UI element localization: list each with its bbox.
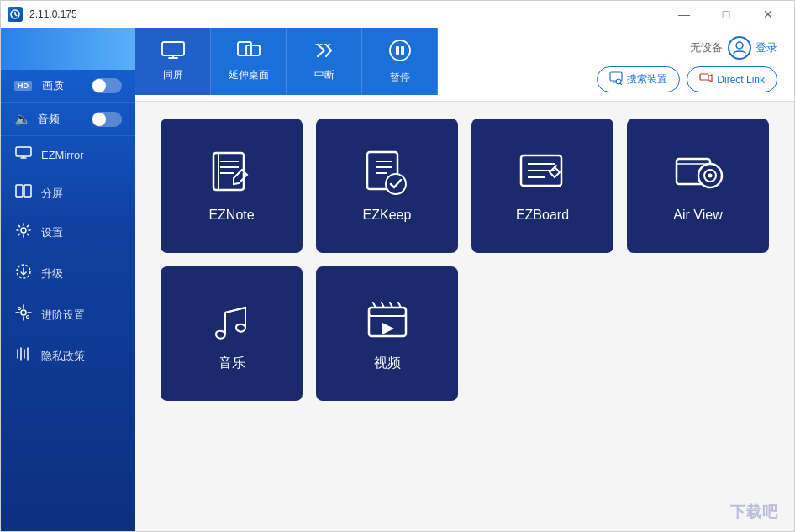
sidebar-item-advanced[interactable]: 进阶设置 — [1, 294, 135, 335]
audio-icon: 🔈 — [14, 111, 31, 127]
svg-rect-2 — [16, 185, 23, 197]
svg-point-7 — [18, 308, 21, 310]
svg-rect-13 — [396, 46, 399, 55]
direct-link-label: Direct Link — [717, 74, 765, 86]
sidebar-item-splitscreen[interactable]: 分屏 — [1, 174, 135, 212]
ezkeep-icon — [362, 149, 413, 199]
sidebar-item-ezmirror[interactable]: EZMirror — [1, 136, 135, 174]
minimize-button[interactable]: — — [665, 1, 703, 28]
ezboard-label: EZBoard — [516, 208, 569, 223]
tab-interrupt-label: 中断 — [314, 68, 334, 82]
svg-point-37 — [708, 174, 712, 178]
title-bar-left: 2.11.0.175 — [8, 7, 77, 22]
search-device-button[interactable]: 搜索装置 — [597, 66, 680, 92]
direct-link-icon — [699, 71, 713, 87]
video-icon — [362, 296, 413, 346]
quality-toggle[interactable] — [92, 78, 122, 93]
app-card-ezboard[interactable]: EZBoard — [471, 119, 613, 253]
tab-interrupt[interactable]: 中断 — [287, 28, 362, 95]
privacy-icon — [14, 345, 33, 366]
login-button[interactable]: 登录 — [728, 36, 777, 60]
svg-point-15 — [736, 42, 743, 49]
audio-toggle-knob — [92, 113, 106, 126]
tab-extend-label: 延伸桌面 — [229, 68, 269, 82]
svg-rect-11 — [246, 45, 260, 55]
tab-pause[interactable]: 暂停 — [362, 28, 438, 95]
svg-rect-39 — [369, 308, 406, 316]
music-label: 音乐 — [218, 355, 245, 372]
watermark: 下载吧 — [730, 502, 778, 522]
eznote-label: EZNote — [208, 208, 254, 223]
audio-toggle[interactable] — [92, 112, 122, 127]
tab-mirror[interactable]: 同屏 — [135, 28, 211, 95]
app-title: 2.11.0.175 — [29, 8, 77, 20]
top-bar: 同屏 延伸桌面 — [135, 28, 794, 102]
tab-extend[interactable]: 延伸桌面 — [211, 28, 287, 95]
close-button[interactable]: ✕ — [749, 1, 787, 28]
svg-rect-3 — [24, 185, 31, 197]
app-window: 2.11.0.175 — □ ✕ HD 画质 🔈 — [0, 0, 795, 532]
app-grid-container: EZNote EZKeep — [135, 102, 794, 531]
audio-control[interactable]: 🔈 音频 — [1, 103, 135, 136]
login-row: 无设备 登录 — [690, 36, 777, 60]
search-device-icon — [609, 71, 623, 87]
app-grid-row1: EZNote EZKeep — [161, 119, 769, 253]
app-card-airview[interactable]: Air View — [627, 119, 769, 253]
svg-rect-10 — [238, 42, 251, 55]
audio-label: 音频 — [38, 112, 60, 127]
svg-rect-1 — [16, 147, 31, 156]
direct-link-button[interactable]: Direct Link — [687, 66, 777, 92]
settings-icon — [14, 222, 33, 243]
sidebar-item-advanced-label: 进阶设置 — [41, 308, 85, 323]
airview-label: Air View — [673, 208, 722, 223]
content-area: 同屏 延伸桌面 — [135, 28, 794, 531]
quality-control[interactable]: HD 画质 — [1, 70, 135, 103]
app-card-eznote[interactable]: EZNote — [161, 119, 303, 253]
sidebar-item-settings-label: 设置 — [41, 225, 63, 240]
upgrade-icon — [14, 263, 33, 284]
music-icon — [207, 296, 257, 346]
sidebar-item-upgrade-label: 升级 — [41, 266, 63, 282]
search-device-label: 搜索装置 — [627, 72, 667, 87]
svg-point-6 — [21, 310, 26, 315]
quality-toggle-knob — [92, 79, 106, 92]
app-grid-row2: 音乐 — [161, 266, 769, 401]
splitscreen-icon — [14, 184, 33, 202]
title-controls: — □ ✕ — [665, 1, 787, 28]
airview-icon — [673, 149, 724, 199]
sidebar-item-ezmirror-label: EZMirror — [41, 149, 84, 161]
mirror-tab-icon — [161, 41, 185, 65]
app-card-video[interactable]: 视频 — [316, 266, 458, 401]
header-right: 无设备 登录 — [580, 28, 794, 101]
tab-pause-label: 暂停 — [390, 71, 410, 85]
svg-rect-9 — [162, 42, 184, 55]
maximize-button[interactable]: □ — [707, 1, 745, 28]
eznote-icon — [207, 149, 257, 199]
svg-point-4 — [21, 228, 26, 233]
tab-mirror-label: 同屏 — [163, 68, 183, 82]
sidebar-item-privacy-label: 隐私政策 — [41, 349, 85, 364]
sidebar-item-upgrade[interactable]: 升级 — [1, 253, 135, 294]
svg-rect-18 — [700, 74, 708, 80]
header-actions: 搜索装置 Direct Link — [597, 66, 777, 92]
app-card-ezkeep[interactable]: EZKeep — [316, 119, 458, 253]
app-card-music[interactable]: 音乐 — [161, 266, 303, 401]
pause-tab-icon — [388, 39, 412, 67]
sidebar-item-splitscreen-label: 分屏 — [41, 186, 63, 201]
login-label: 登录 — [756, 40, 777, 55]
quality-label: 画质 — [42, 78, 64, 93]
sidebar-brand — [1, 28, 135, 70]
svg-point-8 — [27, 316, 29, 319]
sidebar-item-settings[interactable]: 设置 — [1, 212, 135, 253]
ezkeep-label: EZKeep — [363, 208, 412, 223]
ezmirror-icon — [14, 146, 33, 164]
svg-point-12 — [390, 40, 410, 61]
video-label: 视频 — [374, 355, 401, 372]
advanced-icon — [14, 304, 33, 325]
sidebar-item-privacy[interactable]: 隐私政策 — [1, 335, 135, 377]
sidebar-nav: EZMirror 分屏 — [1, 136, 135, 531]
interrupt-tab-icon — [313, 41, 336, 65]
tab-bar: 同屏 延伸桌面 — [135, 28, 438, 95]
hd-badge: HD — [14, 81, 32, 91]
sidebar: HD 画质 🔈 音频 — [1, 28, 135, 531]
